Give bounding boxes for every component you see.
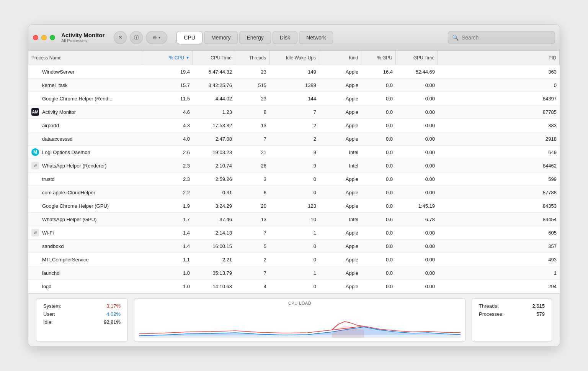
col-header-gputime[interactable]: GPU Time (396, 51, 438, 65)
cell-cpu: 4.3 (143, 119, 193, 132)
cell-pid: 84462 (438, 159, 560, 172)
col-header-threads[interactable]: Threads (235, 51, 270, 65)
cpu-load-title: CPU LOAD (139, 301, 461, 305)
table-row[interactable]: com.apple.iCloudHelper 2.2 0.31 6 0 Appl… (28, 186, 560, 199)
cell-idlewake: 9 (270, 159, 319, 172)
filter-button[interactable]: ⊕ ▾ (146, 31, 167, 44)
table-row[interactable]: MTLCompilerService 1.1 2.21 2 0 Apple 0.… (28, 253, 560, 266)
cell-cputime: 16:00.15 (193, 240, 235, 253)
cell-idlewake: 149 (270, 65, 319, 78)
table-row[interactable]: dataaccesssd 4.0 2:47.08 7 2 Apple 0.0 0… (28, 132, 560, 146)
stop-button[interactable]: ✕ (114, 31, 127, 44)
process-name: trustd (42, 176, 55, 182)
cell-gputime: 52:44.69 (396, 65, 438, 78)
col-header-gpu[interactable]: % GPU (361, 51, 396, 65)
cell-gputime: 6.78 (396, 213, 438, 226)
table-row[interactable]: Google Chrome Helper (GPU) 1.9 3:24.29 2… (28, 199, 560, 213)
process-icon-blank (31, 269, 39, 277)
tab-bar: CPU Memory Energy Disk Network (176, 31, 333, 44)
table-row[interactable]: M Logi Options Daemon 2.6 19:03.23 21 9 … (28, 146, 560, 159)
cell-idlewake: 0 (270, 186, 319, 199)
cell-cputime: 2:47.08 (193, 132, 235, 145)
process-icon-blank (31, 68, 39, 76)
close-button[interactable] (33, 35, 38, 40)
table-row[interactable]: sandboxd 1.4 16:00.15 5 0 Apple 0.0 0.00… (28, 240, 560, 253)
table-row[interactable]: logd 1.0 14:10.63 4 0 Apple 0.0 0.00 294 (28, 280, 560, 293)
col-header-cpu[interactable]: % CPU ▼ (143, 51, 193, 65)
cell-cpu: 4.0 (143, 132, 193, 145)
tab-network[interactable]: Network (299, 31, 333, 44)
process-icon-wifi: W (31, 229, 39, 236)
tab-disk[interactable]: Disk (273, 31, 297, 44)
threads-label: Threads: (479, 303, 498, 309)
cell-gpu: 0.0 (361, 266, 396, 279)
cell-threads: 13 (235, 119, 270, 132)
col-header-name[interactable]: Process Name (28, 51, 143, 65)
cell-pid: 87788 (438, 186, 560, 199)
table-row[interactable]: WindowServer 19.4 5:47:44.32 23 149 Appl… (28, 65, 560, 79)
process-table: Process Name % CPU ▼ CPU Time Threads Id… (28, 51, 560, 293)
cell-pid: 1 (438, 266, 560, 279)
stat-row-system: System: 3.17% (43, 303, 121, 309)
process-icon-blank (31, 242, 39, 250)
cell-kind: Intel (319, 213, 361, 226)
cell-threads: 7 (235, 226, 270, 239)
stat-row-user: User: 4.02% (43, 311, 121, 317)
cell-gpu: 0.0 (361, 280, 396, 293)
cell-gpu: 0.0 (361, 119, 396, 132)
process-name: WindowServer (42, 69, 75, 75)
col-header-pid[interactable]: PID (438, 51, 560, 65)
cell-threads: 21 (235, 146, 270, 159)
cell-gputime: 0.00 (396, 266, 438, 279)
minimize-button[interactable] (41, 35, 47, 40)
tab-memory[interactable]: Memory (204, 31, 238, 44)
table-row[interactable]: Google Chrome Helper (Rend... 11.5 4:44.… (28, 92, 560, 105)
table-row[interactable]: W WhatsApp Helper (Renderer) 2.3 2:10.74… (28, 159, 560, 172)
col-header-cputime[interactable]: CPU Time (193, 51, 235, 65)
cell-gpu: 0.0 (361, 240, 396, 253)
cell-cpu: 2.3 (143, 159, 193, 172)
cell-cputime: 37.46 (193, 213, 235, 226)
cell-cpu: 1.0 (143, 280, 193, 293)
table-row[interactable]: airportd 4.3 17:53.32 13 2 Apple 0.0 0.0… (28, 119, 560, 132)
process-icon-blank (31, 215, 39, 223)
search-input[interactable] (462, 34, 551, 41)
process-name: kernel_task (42, 82, 67, 88)
col-header-idlewake[interactable]: Idle Wake-Ups (270, 51, 319, 65)
table-row[interactable]: AM Activity Monitor 4.6 1.23 8 7 Apple 0… (28, 105, 560, 119)
cell-pid: 649 (438, 146, 560, 159)
cell-cputime: 35:13.79 (193, 266, 235, 279)
cell-cputime: 2:59.26 (193, 172, 235, 186)
col-header-kind[interactable]: Kind (319, 51, 361, 65)
cell-gputime: 0.00 (396, 119, 438, 132)
cell-kind: Apple (319, 65, 361, 78)
search-box[interactable]: 🔍 (448, 31, 555, 44)
info-button[interactable]: ⓘ (130, 31, 143, 44)
cell-name: airportd (28, 119, 143, 132)
maximize-button[interactable] (50, 35, 55, 40)
tab-cpu[interactable]: CPU (176, 31, 203, 44)
cell-threads: 7 (235, 266, 270, 279)
tab-energy[interactable]: Energy (239, 31, 271, 44)
cell-threads: 7 (235, 132, 270, 145)
cell-idlewake: 9 (270, 146, 319, 159)
table-row[interactable]: kernel_task 15.7 3:42:25.76 515 1389 App… (28, 79, 560, 92)
cell-kind: Apple (319, 172, 361, 186)
table-row[interactable]: WhatsApp Helper (GPU) 1.7 37.46 13 10 In… (28, 213, 560, 226)
table-row[interactable]: W Wi-Fi 1.4 2:14.13 7 1 Apple 0.0 0.00 6… (28, 226, 560, 240)
cell-threads: 20 (235, 199, 270, 212)
stat-system-value: 3.17% (106, 303, 121, 309)
cell-gpu: 0.0 (361, 132, 396, 145)
cell-threads: 515 (235, 79, 270, 92)
process-icon-blank (31, 256, 39, 263)
cell-idlewake: 0 (270, 253, 319, 266)
table-row[interactable]: launchd 1.0 35:13.79 7 1 Apple 0.0 0.00 … (28, 266, 560, 280)
table-row[interactable]: trustd 2.3 2:59.26 3 0 Apple 0.0 0.00 59… (28, 172, 560, 186)
traffic-lights (33, 35, 55, 40)
cell-idlewake: 7 (270, 105, 319, 118)
cell-gputime: 0.00 (396, 226, 438, 239)
cpu-load-chart (139, 307, 461, 339)
cell-gputime: 0.00 (396, 172, 438, 186)
cell-gpu: 0.0 (361, 159, 396, 172)
process-name: WhatsApp Helper (Renderer) (42, 163, 106, 169)
